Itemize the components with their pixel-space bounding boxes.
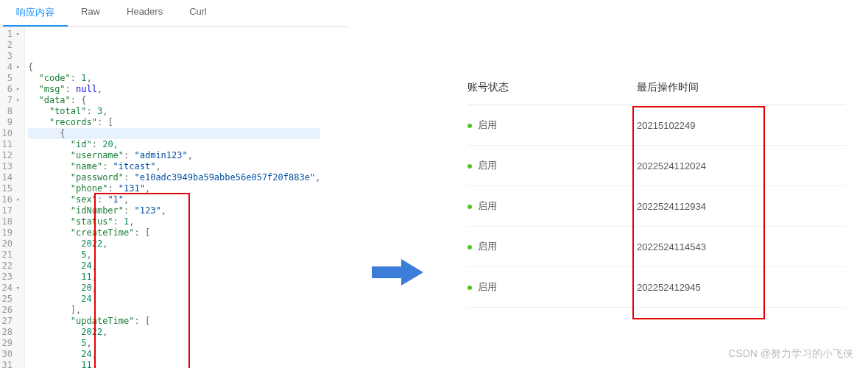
fold-toggle-icon[interactable]: ▾ [14,194,20,205]
table-row[interactable]: 启用202252412945 [467,267,846,308]
code-line[interactable]: { [28,128,320,139]
tab-headers[interactable]: Headers [113,0,176,26]
cell-time: 2022524112934 [637,201,846,212]
svg-marker-0 [372,259,423,286]
fold-toggle-icon[interactable]: ▾ [14,29,20,40]
cell-time: 2022524114543 [637,241,846,252]
code-line[interactable]: "id": 20, [28,139,320,150]
line-number: 11 [1,139,20,150]
code-line[interactable]: 5, [28,338,320,349]
code-line[interactable]: "code": 1, [28,73,320,84]
code-line[interactable]: "name": "itcast", [28,161,320,172]
cell-time: 2022524112024 [637,160,846,171]
cell-status: 启用 [467,240,637,253]
cell-status: 启用 [467,118,637,132]
line-number: 25 [1,294,20,305]
status-dot-icon [467,205,472,209]
line-number: 4▾ [1,62,20,73]
line-number: 8 [1,106,20,117]
code-line[interactable]: 24, [28,349,320,360]
line-number: 21 [1,250,20,261]
line-number: 1▾ [1,29,20,40]
line-number: 20 [1,238,20,250]
line-number: 23 [1,272,20,283]
line-number: 18 [1,216,20,227]
table-row[interactable]: 启用2022524114543 [467,227,846,267]
code-line[interactable]: 2022, [28,238,320,250]
line-number: 12 [1,150,20,161]
tab-response-body[interactable]: 响应内容 [3,0,68,26]
code-line[interactable]: "records": [ [28,117,320,128]
code-line[interactable]: "data": { [28,95,320,106]
code-line[interactable]: "status": 1, [28,216,320,227]
code-line[interactable]: 11, [28,360,320,368]
json-viewer[interactable]: 1▾234▾56▾7▾8910111213141516▾171819202122… [0,27,350,368]
code-line[interactable]: "phone": "131", [28,183,320,194]
line-number: 28 [1,327,20,338]
response-panel: 响应内容 Raw Headers Curl 1▾234▾56▾7▾8910111… [0,0,350,368]
code-line[interactable]: 20, [28,283,320,294]
response-tabs: 响应内容 Raw Headers Curl [0,0,350,27]
cell-time: 20215102249 [637,120,846,131]
code-line[interactable]: 5, [28,250,320,261]
code-line[interactable]: 2022, [28,327,320,338]
fold-toggle-icon[interactable]: ▾ [14,283,20,294]
line-number: 31 [1,360,20,368]
line-number: 5 [1,73,20,84]
code-line[interactable]: ], [28,305,320,316]
cell-status: 启用 [467,199,637,213]
code-line[interactable]: "createTime": [ [28,227,320,238]
code-line[interactable]: 11, [28,272,320,283]
status-dot-icon [467,286,472,290]
line-number: 3 [1,51,20,62]
fold-toggle-icon[interactable]: ▾ [14,62,20,73]
code-line[interactable]: "password": "e10adc3949ba59abbe56e057f20… [28,172,320,183]
fold-toggle-icon[interactable]: ▾ [14,84,20,95]
arrow-icon [350,0,445,368]
line-number: 27 [1,316,20,327]
cell-status: 启用 [467,159,637,172]
code-line[interactable]: { [28,62,320,73]
line-number: 14 [1,172,20,183]
fold-toggle-icon[interactable]: ▾ [14,95,20,106]
code-line[interactable]: "username": "admin123", [28,150,320,161]
header-time: 最后操作时间 [637,81,846,94]
code-line[interactable]: "idNumber": "123", [28,205,320,216]
code-line[interactable]: "sex": "1", [28,194,320,205]
watermark: CSDN @努力学习的小飞侠 [728,347,853,361]
status-dot-icon [467,124,472,128]
code-line[interactable]: 24 [28,294,320,305]
tab-raw[interactable]: Raw [68,0,113,26]
line-number: 24▾ [1,283,20,294]
line-number: 2 [1,40,20,51]
status-dot-icon [467,245,472,250]
line-number: 19 [1,227,20,238]
table-row[interactable]: 启用2022524112934 [467,186,846,227]
code-line[interactable]: 24, [28,261,320,272]
table-row[interactable]: 启用2022524112024 [467,146,846,186]
line-number: 15 [1,183,20,194]
status-dot-icon [467,164,472,169]
table-header: 账号状态 最后操作时间 [467,81,846,105]
code-line[interactable]: "updateTime": [ [28,316,320,327]
line-number: 26 [1,305,20,316]
code-line[interactable]: "msg": null, [28,84,320,95]
tab-curl[interactable]: Curl [176,0,220,26]
line-number: 10 [1,128,20,139]
line-number: 17 [1,205,20,216]
code-line[interactable]: "total": 3, [28,106,320,117]
line-number: 29 [1,338,20,349]
line-number: 22 [1,261,20,272]
line-number: 6▾ [1,84,20,95]
cell-status: 启用 [467,280,637,294]
line-number: 13 [1,161,20,172]
cell-time: 202252412945 [637,282,846,293]
line-number: 7▾ [1,95,20,106]
result-table-panel: 账号状态 最后操作时间 启用20215102249启用2022524112024… [445,0,868,368]
header-status: 账号状态 [467,81,637,94]
line-number: 16▾ [1,194,20,205]
line-number: 9 [1,117,20,128]
line-number: 30 [1,349,20,360]
table-row[interactable]: 启用20215102249 [467,105,846,146]
